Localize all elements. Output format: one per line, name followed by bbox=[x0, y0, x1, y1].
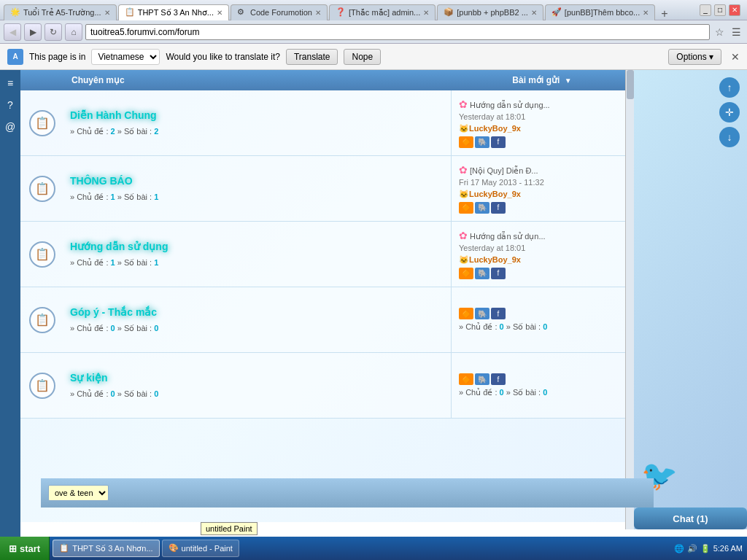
title-bar: 🌟 Tuổi Trẻ A5-Trường... ✕ 📋 THPT Số 3 An… bbox=[0, 0, 747, 20]
forum-category-icon-1: 📋 bbox=[29, 110, 55, 136]
home-button[interactable]: ⌂ bbox=[65, 23, 82, 41]
section-stats-1: » Chủ đề : 2 » Số bài : 2 bbox=[70, 127, 445, 136]
tab-2-close[interactable]: ✕ bbox=[217, 9, 222, 17]
section-icon-4: 📋 bbox=[20, 287, 64, 352]
so-bai-count-r5: 0 bbox=[543, 388, 547, 397]
so-bai-label-3: » Số bài : bbox=[117, 258, 152, 267]
language-select[interactable]: Vietnamese bbox=[91, 49, 160, 65]
forum-header-row: Chuyên mục Bài mới gửi ▼ bbox=[20, 70, 633, 90]
taskbar-network-icon: 🌐 bbox=[674, 544, 684, 553]
tab-3-close[interactable]: ✕ bbox=[315, 9, 321, 17]
taskbar-item-paint[interactable]: 🎨 untitled - Paint bbox=[162, 540, 239, 557]
last-post-title-2[interactable]: ✿ [Nội Quy] Diễn Đ... bbox=[459, 164, 626, 176]
tab-6[interactable]: 🚀 [punBB]Thêm bbco... ✕ bbox=[545, 4, 655, 20]
last-post-time-1: Yesterday at 18:01 bbox=[459, 112, 626, 121]
paint-tooltip: untitled Paint bbox=[201, 522, 258, 535]
address-bar[interactable] bbox=[85, 24, 710, 40]
last-post-title-text-1: Hướng dẫn sử dụng... bbox=[470, 101, 550, 109]
user-name-1[interactable]: 🐱LuckyBoy_9x bbox=[459, 124, 521, 133]
user-name-3[interactable]: 🐱LuckyBoy_9x bbox=[459, 255, 521, 265]
browser-menu[interactable]: ☰ bbox=[729, 26, 743, 38]
section-title-5[interactable]: Sự kiện bbox=[70, 372, 445, 384]
so-bai-label-r5: » Số bài : bbox=[506, 388, 541, 397]
nav-arrows-icon[interactable]: ✛ bbox=[719, 102, 740, 122]
sidebar-icon-help[interactable]: ? bbox=[3, 98, 18, 112]
tab-5[interactable]: 📦 [punbb + phpBB2 ... ✕ bbox=[437, 4, 543, 20]
chat-button[interactable]: Chat (1) bbox=[634, 508, 747, 529]
nav-up-icon[interactable]: ↑ bbox=[719, 77, 740, 98]
last-post-title-1[interactable]: ✿ Hướng dẫn sử dụng... bbox=[459, 98, 626, 110]
section-title-1[interactable]: Diễn Hành Chung bbox=[70, 109, 445, 121]
chu-de-label-r4: » Chủ đề : bbox=[459, 322, 498, 331]
category-select[interactable]: ove & teen bbox=[48, 485, 109, 501]
so-bai-count-3: 1 bbox=[154, 258, 158, 267]
close-translate-bar[interactable]: ✕ bbox=[731, 51, 740, 63]
start-label: start bbox=[20, 543, 40, 554]
tab-2[interactable]: 📋 THPT Số 3 An Nhơ... ✕ bbox=[118, 4, 229, 20]
translate-icon-text: A bbox=[12, 52, 18, 61]
scrollbar-thumb[interactable] bbox=[627, 70, 634, 99]
restore-button[interactable]: □ bbox=[714, 4, 726, 16]
section-main-4: Góp ý - Thắc mắc » Chủ đề : 0 » Số bài :… bbox=[64, 287, 451, 352]
badge-orange-3: 🔶 bbox=[459, 268, 473, 279]
translate-options-button[interactable]: Options ▾ bbox=[668, 49, 721, 65]
tab-4[interactable]: ❓ [Thắc mắc] admin... ✕ bbox=[329, 4, 436, 20]
tab-1[interactable]: 🌟 Tuổi Trẻ A5-Trường... ✕ bbox=[4, 4, 117, 20]
forum-bottom-bar: ove & teen bbox=[41, 478, 654, 508]
section-last-2: ✿ [Nội Quy] Diễn Đ... Fri 17 May 2013 - … bbox=[451, 156, 633, 221]
so-bai-count-2: 1 bbox=[154, 192, 158, 201]
tab-3[interactable]: ⚙ Code Forumotion ✕ bbox=[231, 4, 328, 20]
back-button[interactable]: ◀ bbox=[4, 23, 21, 41]
tab-6-label: [punBB]Thêm bbco... bbox=[565, 8, 640, 17]
tab-5-favicon: 📦 bbox=[444, 7, 454, 18]
bookmark-star[interactable]: ☆ bbox=[713, 26, 727, 38]
last-post-title-3[interactable]: ✿ Hướng dẫn sử dụn... bbox=[459, 230, 626, 241]
last-post-user-2: 🐱LuckyBoy_9x bbox=[459, 190, 626, 199]
last-post-time-3: Yesterday at 18:01 bbox=[459, 244, 626, 252]
new-tab-button[interactable]: + bbox=[657, 7, 672, 20]
refresh-button[interactable]: ↻ bbox=[44, 23, 62, 41]
last-post-time-2: Fri 17 May 2013 - 11:32 bbox=[459, 178, 626, 187]
minimize-button[interactable]: _ bbox=[700, 4, 711, 16]
nav-down-icon[interactable]: ↓ bbox=[719, 127, 740, 147]
taskbar-sound-icon: 🔊 bbox=[687, 544, 697, 553]
tab-4-close[interactable]: ✕ bbox=[423, 9, 429, 17]
scrollbar-track[interactable] bbox=[625, 70, 634, 529]
translate-button[interactable]: Translate bbox=[286, 49, 338, 65]
forum-area: Chuyên mục Bài mới gửi ▼ 📋 Diễn Hành Chu… bbox=[20, 70, 633, 522]
section-title-2[interactable]: THÔNG BÁO bbox=[70, 175, 445, 187]
tab-1-favicon: 🌟 bbox=[10, 7, 20, 18]
nope-button[interactable]: Nope bbox=[344, 49, 381, 65]
section-main-5: Sự kiện » Chủ đề : 0 » Số bài : 0 bbox=[64, 353, 451, 418]
tab-1-close[interactable]: ✕ bbox=[104, 9, 110, 17]
last-post-title-text-3: Hướng dẫn sử dụn... bbox=[470, 232, 546, 241]
forum-category-icon-3: 📋 bbox=[29, 241, 55, 268]
taskbar-items: 📋 THPT Số 3 An Nhơn... 🎨 untitled - Pain… bbox=[50, 540, 669, 557]
user-name-2[interactable]: 🐱LuckyBoy_9x bbox=[459, 190, 521, 199]
tab-5-close[interactable]: ✕ bbox=[531, 9, 537, 17]
so-bai-label-r4: » Số bài : bbox=[506, 322, 541, 331]
forum-section-dien-hanh-chung: 📋 Diễn Hành Chung » Chủ đề : 2 » Số bài … bbox=[20, 90, 633, 156]
nav-bar: ◀ ▶ ↻ ⌂ ☆ ☰ bbox=[0, 20, 747, 44]
page-is-in-label: This page is in bbox=[29, 52, 85, 62]
close-button[interactable]: ✕ bbox=[729, 4, 740, 16]
so-bai-label-2: » Số bài : bbox=[117, 192, 152, 201]
section-title-3[interactable]: Hướng dẫn sử dụng bbox=[70, 241, 445, 252]
tab-6-close[interactable]: ✕ bbox=[643, 9, 649, 17]
forum-category-icon-2: 📋 bbox=[29, 176, 55, 202]
chu-de-count-4: 0 bbox=[111, 324, 115, 332]
start-button[interactable]: ⊞ start bbox=[0, 537, 50, 560]
chu-de-label-r5: » Chủ đề : bbox=[459, 388, 498, 397]
user-icons-5: 🔶 🐘 f bbox=[459, 373, 626, 385]
section-icon-3: 📋 bbox=[20, 222, 64, 287]
section-title-4[interactable]: Góp ý - Thắc mắc bbox=[70, 306, 445, 318]
sidebar-icon-menu[interactable]: ≡ bbox=[3, 76, 18, 90]
badge-orange-5: 🔶 bbox=[459, 373, 473, 385]
section-last-3: ✿ Hướng dẫn sử dụn... Yesterday at 18:01… bbox=[451, 222, 633, 287]
sidebar-icon-mail[interactable]: @ bbox=[3, 120, 18, 134]
chu-de-count-3: 1 bbox=[111, 258, 115, 267]
forward-button[interactable]: ▶ bbox=[24, 23, 42, 41]
main-content: Chuyên mục Bài mới gửi ▼ 📋 Diễn Hành Chu… bbox=[20, 70, 747, 531]
so-bai-count-1: 2 bbox=[154, 127, 158, 136]
taskbar-item-browser[interactable]: 📋 THPT Số 3 An Nhơn... bbox=[53, 540, 159, 557]
